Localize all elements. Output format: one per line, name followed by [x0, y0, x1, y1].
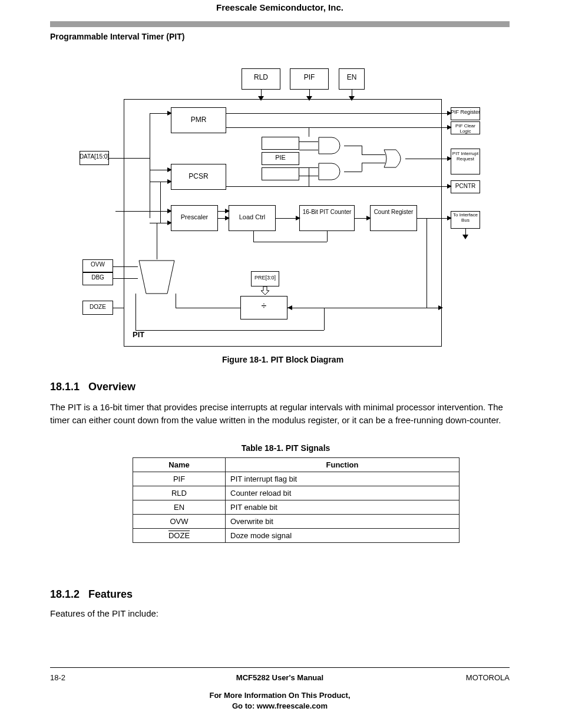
subsection-text: Features of the PIT include: — [50, 608, 510, 618]
data-label: DATA[15:0] — [77, 153, 112, 160]
footer-info-1: For More Information On This Product, — [50, 691, 510, 700]
pie-label: PIE — [262, 154, 299, 161]
gate-in-3 — [262, 167, 299, 180]
pif-clr-label: PIF Clear Logic — [451, 123, 480, 134]
svg-marker-2 — [349, 96, 355, 101]
svg-marker-5 — [261, 286, 269, 295]
and-gate-1 — [318, 137, 345, 154]
svg-marker-10 — [167, 220, 172, 225]
svg-marker-0 — [258, 96, 264, 101]
svg-marker-15 — [225, 216, 230, 220]
down-arrow-icon — [261, 286, 269, 295]
rld-label: RLD — [242, 73, 280, 81]
prescaler-label: Prescaler — [171, 213, 218, 220]
svg-marker-14 — [447, 184, 452, 189]
subsection-title: Features — [88, 588, 133, 600]
div-label: PRE[3:0] — [251, 275, 279, 281]
counter-label: 16-Bit PIT Counter — [299, 209, 355, 215]
svg-marker-11 — [447, 111, 452, 116]
to-bus-label: To Interface Bus — [451, 212, 480, 223]
pit-label: PIT — [133, 330, 144, 339]
chapter-title: Programmable Interval Timer (PIT) — [50, 32, 184, 41]
section-title: Overview — [88, 381, 135, 393]
ovw-label: OVW — [82, 261, 113, 268]
family-label: Freescale Semiconductor, Inc. — [50, 2, 510, 12]
svg-marker-3 — [462, 235, 468, 239]
dbg-label: DBG — [82, 274, 113, 281]
mux — [138, 259, 176, 295]
table-row: EN PIT enable bit — [133, 500, 459, 515]
svg-marker-12 — [447, 125, 452, 130]
div-op: ÷ — [240, 301, 287, 311]
pmr-label: PMR — [171, 116, 226, 124]
and-gate-2 — [318, 163, 345, 180]
en-label: EN — [339, 73, 365, 81]
subsection-num: 18.1.2 — [50, 588, 80, 600]
footer-info-2: Go to: www.freescale.com — [50, 701, 510, 710]
pif-label: PIF — [290, 73, 329, 81]
svg-marker-4 — [139, 261, 174, 294]
pcntr-label: PCNTR — [451, 183, 480, 189]
svg-marker-1 — [306, 96, 312, 101]
svg-marker-7 — [167, 167, 172, 172]
svg-marker-13 — [447, 156, 452, 161]
svg-marker-16 — [225, 209, 230, 213]
section-num: 18.1.1 — [50, 381, 80, 393]
figure-caption: Figure 18-1. PIT Block Diagram — [124, 355, 442, 364]
table-caption: Table 18-1. PIT Signals — [133, 443, 439, 453]
svg-marker-19 — [447, 216, 452, 220]
pif-reg-label: PIF Register — [451, 109, 480, 115]
count-reg-label: Count Register — [370, 209, 417, 215]
svg-marker-21 — [438, 305, 443, 310]
footer-right: MOTOROLA — [466, 673, 510, 682]
svg-marker-20 — [287, 305, 292, 310]
signals-table: Name Function PIF PIT interrupt flag bit… — [133, 457, 459, 543]
table-header-name: Name — [133, 458, 226, 472]
svg-marker-17 — [296, 216, 300, 220]
table-header-function: Function — [226, 458, 459, 472]
doze-label: DOZE — [82, 304, 113, 310]
load-label: Load Ctrl — [229, 213, 276, 220]
table-row: OVW Overwrite bit — [133, 515, 459, 529]
svg-marker-9 — [167, 209, 172, 213]
table-row: RLD Counter reload bit — [133, 486, 459, 500]
footer-center: MCF5282 User's Manual — [50, 673, 510, 682]
pit-int-label: PIT Interrupt Request — [451, 151, 480, 162]
or-gate — [383, 149, 406, 169]
table-row: DOZE Doze mode signal — [133, 529, 459, 543]
section-text: The PIT is a 16-bit timer that provides … — [50, 401, 510, 427]
svg-marker-18 — [366, 216, 371, 220]
gate-in-1 — [262, 137, 299, 150]
svg-marker-6 — [167, 111, 172, 116]
svg-marker-8 — [167, 179, 172, 184]
table-row: PIF PIT interrupt flag bit — [133, 472, 459, 486]
pcsr-label: PCSR — [171, 172, 226, 180]
